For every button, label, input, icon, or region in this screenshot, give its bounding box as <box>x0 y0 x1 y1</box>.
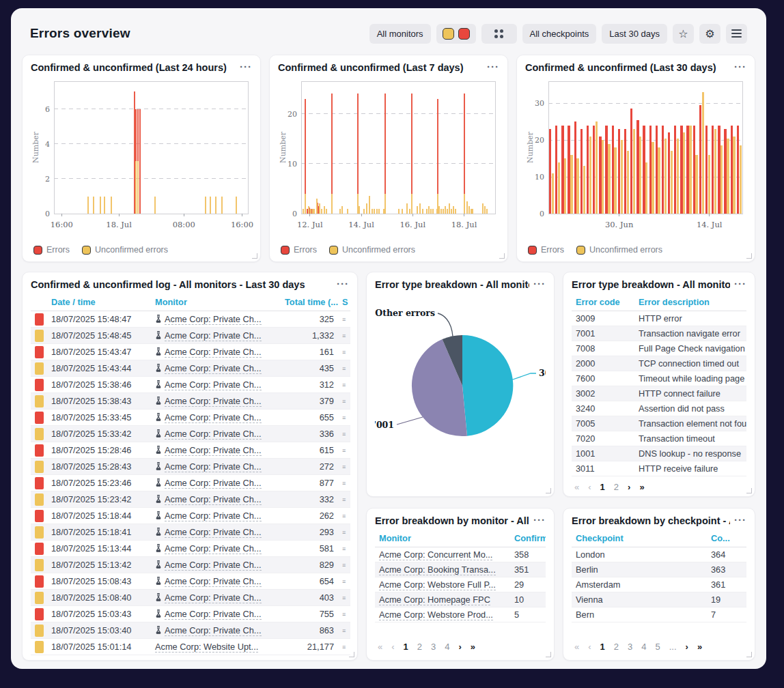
transaction-monitor-icon <box>155 544 162 552</box>
settings-button[interactable]: ⚙ <box>699 24 720 44</box>
monitor-link[interactable]: Acme Corp: Private Ch... <box>165 527 262 538</box>
error-type-row: 3011HTTP receive failure <box>572 461 746 476</box>
svg-text:20: 20 <box>535 136 544 145</box>
monitor-link[interactable]: Acme Corp: Concurrent Mo... <box>379 549 492 560</box>
grid-view-button[interactable] <box>481 24 517 44</box>
monitor-link[interactable]: Acme Corp: Private Ch... <box>165 576 262 587</box>
monitor-column-header[interactable]: Monitor <box>151 294 281 311</box>
unconfirmed-color-swatch[interactable] <box>443 28 454 40</box>
pagination-page-1[interactable]: 1 <box>600 482 605 492</box>
pagination-prev[interactable]: ‹ <box>391 642 394 652</box>
monitor-link[interactable]: Acme Corp: Private Ch... <box>165 412 262 423</box>
date-range-button[interactable]: Last 30 days <box>602 24 667 44</box>
s-cell: ≡ <box>338 410 350 426</box>
monitor-link[interactable]: Acme Corp: Private Ch... <box>165 511 262 521</box>
checkpoint-breakdown-title: Error breakdown by checkpoint - All moni… <box>572 515 730 526</box>
panel-menu-icon[interactable]: ··· <box>734 515 746 525</box>
pagination-last[interactable]: » <box>639 482 644 492</box>
pagination-ellipsis[interactable]: ... <box>669 642 677 652</box>
total-time-cell: 293 <box>281 524 338 541</box>
panel-menu-icon[interactable]: ··· <box>533 515 546 525</box>
pagination-page-4[interactable]: 4 <box>641 642 646 652</box>
log-table-row: 18/07/2025 15:43:44Acme Corp: Private Ch… <box>31 360 350 377</box>
pagination-next[interactable]: › <box>628 482 630 492</box>
datetime-column-header[interactable]: Date / time <box>47 294 151 311</box>
error-description-column-header[interactable]: Error description <box>634 294 746 311</box>
monitor-link[interactable]: Acme Corp: Private Ch... <box>165 478 262 489</box>
panel-menu-icon[interactable]: ··· <box>533 279 546 289</box>
monitor-link[interactable]: Acme Corp: Webstore Prod... <box>379 610 493 620</box>
pagination-page-4[interactable]: 4 <box>445 642 449 652</box>
monitor-link[interactable]: Acme Corp: Webstore Full P... <box>379 579 496 590</box>
monitor-link[interactable]: Acme Corp: Private Ch... <box>165 429 262 440</box>
monitor-cell: Acme Corp: Private Ch... <box>151 459 281 475</box>
total-time-column-header[interactable]: Total time (... <box>281 294 338 311</box>
pagination-page-3[interactable]: 3 <box>431 642 436 652</box>
panel-menu-icon[interactable]: ··· <box>734 62 746 72</box>
monitor-link[interactable]: Acme Corp: Private Ch... <box>165 445 262 456</box>
log-pagination: «‹12345...›» <box>31 655 349 661</box>
monitor-cell: Acme Corp: Private Ch... <box>151 426 281 442</box>
monitor-link[interactable]: Acme Corp: Private Ch... <box>165 363 262 374</box>
pagination-page-2[interactable]: 2 <box>614 482 619 492</box>
monitor-link[interactable]: Acme Corp: Private Ch... <box>165 330 262 341</box>
monitor-link[interactable]: Acme Corp: Website Upt... <box>155 642 258 653</box>
clipped-cell-icon: ≡ <box>342 349 345 356</box>
checkpoints-filter-button[interactable]: All checkpoints <box>522 24 597 44</box>
svg-text:10: 10 <box>535 173 544 182</box>
monitor-cell: Acme Corp: Private Ch... <box>151 377 281 393</box>
monitor-link[interactable]: Acme Corp: Private Ch... <box>165 461 262 472</box>
transaction-monitor-icon <box>155 364 162 372</box>
pagination-first[interactable]: « <box>378 642 382 652</box>
pagination-prev[interactable]: ‹ <box>588 482 591 492</box>
pagination-first[interactable]: « <box>574 482 579 492</box>
favorite-button[interactable]: ☆ <box>673 24 694 44</box>
monitor-link[interactable]: Acme Corp: Private Ch... <box>165 396 262 407</box>
monitor-link[interactable]: Acme Corp: Private Ch... <box>165 314 262 325</box>
monitor-link[interactable]: Acme Corp: Private Ch... <box>165 560 262 571</box>
panel-menu-icon[interactable]: ··· <box>240 62 252 72</box>
monitor-cell: Acme Corp: Private Ch... <box>151 541 281 557</box>
clipped-cell-icon: ≡ <box>342 447 345 454</box>
pagination-last[interactable]: » <box>697 642 702 652</box>
count-column-header[interactable]: Co... <box>707 530 746 547</box>
panel-menu-icon[interactable]: ··· <box>337 279 349 289</box>
confirmed-column-header[interactable]: Confirmed <box>510 530 546 547</box>
menu-button[interactable] <box>726 24 747 44</box>
monitor-link[interactable]: Acme Corp: Private Ch... <box>165 543 262 554</box>
monitor-breakdown-key-cell: Acme Corp: Webstore Prod... <box>375 607 510 622</box>
pagination-last[interactable]: » <box>471 642 475 652</box>
monitor-link[interactable]: Acme Corp: Private Ch... <box>165 592 262 603</box>
pagination-next[interactable]: › <box>686 642 688 652</box>
panel-menu-icon[interactable]: ··· <box>734 279 746 289</box>
pagination-page-5[interactable]: 5 <box>656 642 660 652</box>
status-color-filter-button[interactable] <box>436 24 476 44</box>
monitor-link[interactable]: Acme Corp: Private Ch... <box>165 494 262 505</box>
monitor-link[interactable]: Acme Corp: Private Ch... <box>165 379 262 390</box>
checkpoint-column-header[interactable]: Checkpoint <box>572 530 707 547</box>
monitor-link[interactable]: Acme Corp: Private Ch... <box>165 347 262 358</box>
monitor-breakdown-row: Acme Corp: Booking Transa...351 <box>375 562 546 577</box>
monitor-link[interactable]: Acme Corp: Private Ch... <box>165 625 262 636</box>
monitors-filter-button[interactable]: All monitors <box>369 24 431 44</box>
pagination-page-2[interactable]: 2 <box>417 642 422 652</box>
pagination-prev[interactable]: ‹ <box>588 642 591 652</box>
error-code-column-header[interactable]: Error code <box>572 294 634 311</box>
svg-text:7001: 7001 <box>375 420 394 430</box>
pagination-page-1[interactable]: 1 <box>600 642 605 652</box>
clipped-cell-icon: ≡ <box>342 463 345 470</box>
error-color-swatch[interactable] <box>458 28 470 40</box>
pagination-page-1[interactable]: 1 <box>404 642 408 652</box>
monitor-link[interactable]: Acme Corp: Homepage FPC <box>379 594 490 605</box>
monitor-column-header[interactable]: Monitor <box>375 530 510 547</box>
pagination-first[interactable]: « <box>574 642 579 652</box>
pagination-page-3[interactable]: 3 <box>628 642 632 652</box>
s-column-header[interactable]: S <box>338 294 350 311</box>
pagination-page-2[interactable]: 2 <box>614 642 619 652</box>
monitor-link[interactable]: Acme Corp: Private Ch... <box>165 609 262 620</box>
monitor-link[interactable]: Acme Corp: Booking Transa... <box>379 564 496 575</box>
panel-menu-icon[interactable]: ··· <box>487 62 499 72</box>
log-panel-title: Confirmed & unconfirmed log - All monito… <box>31 279 333 290</box>
svg-text:10: 10 <box>288 160 297 169</box>
pagination-next[interactable]: › <box>459 642 462 652</box>
